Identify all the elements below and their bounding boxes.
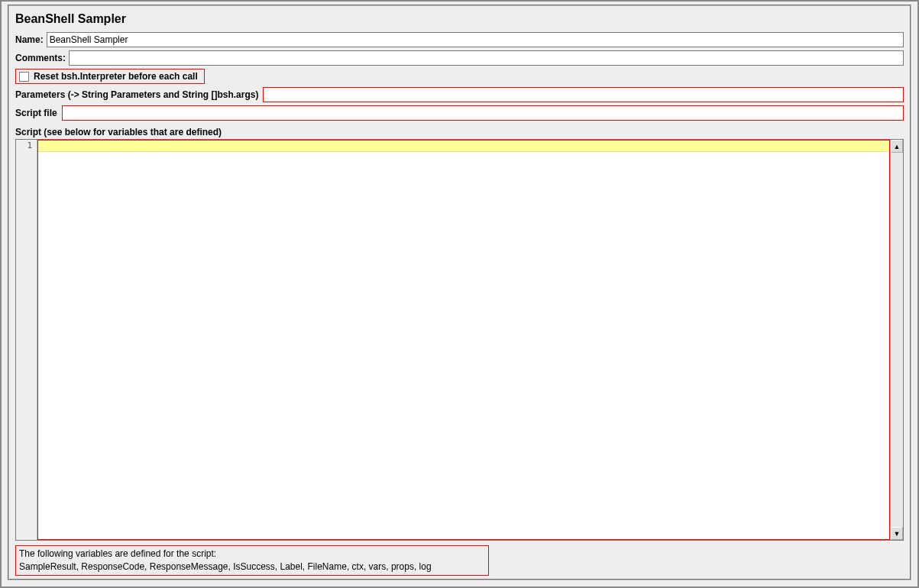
editor-gutter: 1 [16, 140, 37, 540]
code-area-wrap [37, 140, 890, 540]
reset-interpreter-checkbox[interactable] [19, 72, 29, 82]
panel-inner: BeanShell Sampler Name: BeanShell Sample… [9, 6, 910, 579]
footer-variables-box: The following variables are defined for … [15, 545, 489, 576]
comments-row: Comments: [15, 50, 904, 66]
window-frame: BeanShell Sampler Name: BeanShell Sample… [0, 0, 919, 588]
name-label: Name: [15, 34, 47, 45]
vertical-scrollbar[interactable]: ▲ ▼ [890, 140, 903, 540]
scriptfile-label: Script file [15, 108, 60, 118]
scroll-down-button[interactable]: ▼ [891, 527, 903, 540]
parameters-row: Parameters (-> String Parameters and Str… [15, 87, 904, 102]
comments-input[interactable] [69, 50, 904, 66]
scroll-track[interactable] [891, 153, 903, 527]
parameters-input[interactable] [263, 87, 904, 102]
scriptfile-row: Script file [15, 105, 904, 121]
scroll-up-button[interactable]: ▲ [891, 140, 903, 153]
reset-interpreter-highlight: Reset bsh.Interpreter before each call [15, 69, 904, 86]
panel-title: BeanShell Sampler [15, 8, 904, 32]
parameters-label: Parameters (-> String Parameters and Str… [15, 89, 261, 100]
gutter-line-1: 1 [16, 141, 32, 150]
name-row: Name: BeanShell Sampler [15, 32, 904, 47]
script-section-label: Script (see below for variables that are… [15, 127, 904, 137]
scriptfile-input[interactable] [62, 105, 904, 121]
footer-line1: The following variables are defined for … [19, 548, 485, 561]
reset-interpreter-label: Reset bsh.Interpreter before each call [34, 71, 201, 82]
comments-label: Comments: [15, 53, 69, 63]
name-input[interactable]: BeanShell Sampler [47, 32, 904, 47]
main-panel: BeanShell Sampler Name: BeanShell Sample… [8, 5, 911, 580]
script-editor: 1 ▲ ▼ [15, 139, 904, 541]
script-textarea[interactable] [37, 140, 890, 540]
reset-interpreter-row: Reset bsh.Interpreter before each call [15, 69, 205, 84]
footer-line2: SampleResult, ResponseCode, ResponseMess… [19, 561, 485, 573]
